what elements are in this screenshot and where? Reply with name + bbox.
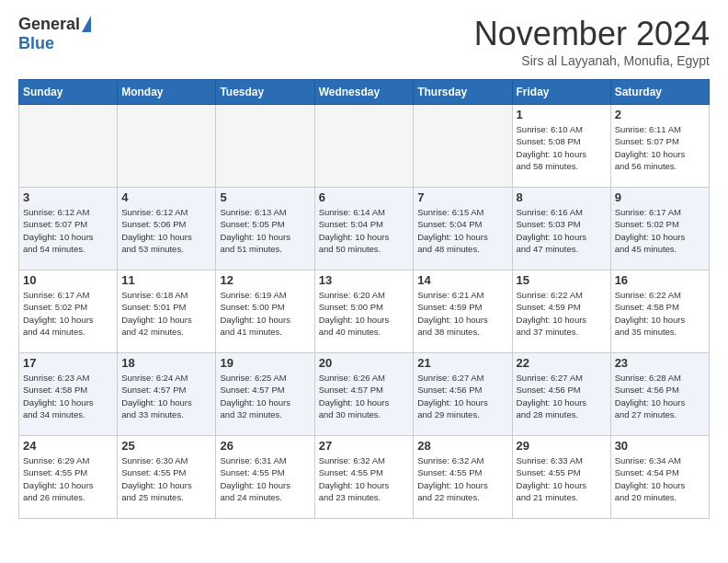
calendar-day-cell: 23Sunrise: 6:28 AMSunset: 4:56 PMDayligh… xyxy=(610,353,709,436)
calendar-day-cell: 4Sunrise: 6:12 AMSunset: 5:06 PMDaylight… xyxy=(118,188,216,270)
day-header-wednesday: Wednesday xyxy=(314,80,414,105)
day-number: 3 xyxy=(23,190,113,204)
day-number: 11 xyxy=(121,273,211,287)
day-info: Sunrise: 6:12 AMSunset: 5:06 PMDaylight:… xyxy=(121,206,211,255)
day-number: 9 xyxy=(615,190,705,204)
calendar-day-cell: 8Sunrise: 6:16 AMSunset: 5:03 PMDaylight… xyxy=(512,188,610,270)
logo-blue-text: Blue xyxy=(18,34,54,53)
location-subtitle: Sirs al Layyanah, Monufia, Egypt xyxy=(474,53,710,68)
calendar-day-cell: 16Sunrise: 6:22 AMSunset: 4:58 PMDayligh… xyxy=(610,270,709,353)
day-number: 30 xyxy=(615,439,705,453)
calendar-day-cell xyxy=(314,105,414,188)
day-number: 26 xyxy=(220,439,310,453)
calendar-day-cell: 20Sunrise: 6:26 AMSunset: 4:57 PMDayligh… xyxy=(314,353,414,436)
day-info: Sunrise: 6:13 AMSunset: 5:05 PMDaylight:… xyxy=(220,206,310,255)
day-info: Sunrise: 6:24 AMSunset: 4:57 PMDaylight:… xyxy=(121,372,211,420)
day-info: Sunrise: 6:29 AMSunset: 4:55 PMDaylight:… xyxy=(23,454,113,503)
day-info: Sunrise: 6:10 AMSunset: 5:08 PMDaylight:… xyxy=(517,123,607,172)
calendar-day-cell: 19Sunrise: 6:25 AMSunset: 4:57 PMDayligh… xyxy=(216,353,314,436)
calendar-day-cell: 26Sunrise: 6:31 AMSunset: 4:55 PMDayligh… xyxy=(216,436,314,519)
calendar-day-cell: 1Sunrise: 6:10 AMSunset: 5:08 PMDaylight… xyxy=(512,105,610,188)
day-info: Sunrise: 6:27 AMSunset: 4:56 PMDaylight:… xyxy=(417,372,507,420)
calendar-day-cell: 14Sunrise: 6:21 AMSunset: 4:59 PMDayligh… xyxy=(414,270,512,353)
day-info: Sunrise: 6:22 AMSunset: 4:59 PMDaylight:… xyxy=(517,289,607,338)
day-info: Sunrise: 6:28 AMSunset: 4:56 PMDaylight:… xyxy=(615,372,705,420)
calendar-day-cell: 13Sunrise: 6:20 AMSunset: 5:00 PMDayligh… xyxy=(314,270,414,353)
calendar-week-row: 24Sunrise: 6:29 AMSunset: 4:55 PMDayligh… xyxy=(19,436,710,519)
day-number: 17 xyxy=(23,356,113,370)
calendar-day-cell: 21Sunrise: 6:27 AMSunset: 4:56 PMDayligh… xyxy=(414,353,512,436)
day-number: 20 xyxy=(319,356,410,370)
day-info: Sunrise: 6:18 AMSunset: 5:01 PMDaylight:… xyxy=(121,289,211,338)
day-number: 13 xyxy=(319,273,410,287)
day-header-tuesday: Tuesday xyxy=(216,80,314,105)
day-info: Sunrise: 6:17 AMSunset: 5:02 PMDaylight:… xyxy=(615,206,705,255)
day-header-friday: Friday xyxy=(512,80,610,105)
calendar-day-cell: 7Sunrise: 6:15 AMSunset: 5:04 PMDaylight… xyxy=(414,188,512,270)
calendar-day-cell xyxy=(19,105,118,188)
calendar-week-row: 3Sunrise: 6:12 AMSunset: 5:07 PMDaylight… xyxy=(19,188,710,270)
calendar-header-row: SundayMondayTuesdayWednesdayThursdayFrid… xyxy=(19,80,710,105)
day-info: Sunrise: 6:33 AMSunset: 4:55 PMDaylight:… xyxy=(517,454,607,503)
calendar-day-cell: 28Sunrise: 6:32 AMSunset: 4:55 PMDayligh… xyxy=(414,436,512,519)
day-number: 7 xyxy=(417,190,507,204)
calendar-table: SundayMondayTuesdayWednesdayThursdayFrid… xyxy=(18,79,710,519)
day-header-thursday: Thursday xyxy=(414,80,512,105)
day-header-monday: Monday xyxy=(118,80,216,105)
day-info: Sunrise: 6:23 AMSunset: 4:58 PMDaylight:… xyxy=(23,372,113,420)
day-info: Sunrise: 6:26 AMSunset: 4:57 PMDaylight:… xyxy=(319,372,410,420)
day-number: 4 xyxy=(121,190,211,204)
calendar-day-cell: 29Sunrise: 6:33 AMSunset: 4:55 PMDayligh… xyxy=(512,436,610,519)
day-info: Sunrise: 6:15 AMSunset: 5:04 PMDaylight:… xyxy=(417,206,507,255)
day-number: 23 xyxy=(615,356,705,370)
day-number: 19 xyxy=(220,356,310,370)
day-info: Sunrise: 6:14 AMSunset: 5:04 PMDaylight:… xyxy=(319,206,410,255)
calendar-week-row: 1Sunrise: 6:10 AMSunset: 5:08 PMDaylight… xyxy=(19,105,710,188)
day-info: Sunrise: 6:34 AMSunset: 4:54 PMDaylight:… xyxy=(615,454,705,503)
calendar-day-cell xyxy=(216,105,314,188)
calendar-day-cell: 2Sunrise: 6:11 AMSunset: 5:07 PMDaylight… xyxy=(610,105,709,188)
day-number: 14 xyxy=(417,273,507,287)
calendar-day-cell: 18Sunrise: 6:24 AMSunset: 4:57 PMDayligh… xyxy=(118,353,216,436)
day-number: 8 xyxy=(517,190,607,204)
day-info: Sunrise: 6:17 AMSunset: 5:02 PMDaylight:… xyxy=(23,289,113,338)
calendar-day-cell xyxy=(118,105,216,188)
calendar-day-cell: 3Sunrise: 6:12 AMSunset: 5:07 PMDaylight… xyxy=(19,188,118,270)
day-number: 24 xyxy=(23,439,113,453)
day-number: 28 xyxy=(417,439,507,453)
day-header-sunday: Sunday xyxy=(19,80,118,105)
calendar-day-cell: 11Sunrise: 6:18 AMSunset: 5:01 PMDayligh… xyxy=(118,270,216,353)
day-info: Sunrise: 6:20 AMSunset: 5:00 PMDaylight:… xyxy=(319,289,410,338)
calendar-day-cell: 9Sunrise: 6:17 AMSunset: 5:02 PMDaylight… xyxy=(610,188,709,270)
calendar-day-cell: 17Sunrise: 6:23 AMSunset: 4:58 PMDayligh… xyxy=(19,353,118,436)
day-number: 27 xyxy=(319,439,410,453)
day-info: Sunrise: 6:16 AMSunset: 5:03 PMDaylight:… xyxy=(517,206,607,255)
day-number: 18 xyxy=(121,356,211,370)
calendar-day-cell: 22Sunrise: 6:27 AMSunset: 4:56 PMDayligh… xyxy=(512,353,610,436)
month-title: November 2024 xyxy=(474,15,710,53)
day-number: 10 xyxy=(23,273,113,287)
day-info: Sunrise: 6:25 AMSunset: 4:57 PMDaylight:… xyxy=(220,372,310,420)
day-number: 6 xyxy=(319,190,410,204)
day-info: Sunrise: 6:22 AMSunset: 4:58 PMDaylight:… xyxy=(615,289,705,338)
day-info: Sunrise: 6:31 AMSunset: 4:55 PMDaylight:… xyxy=(220,454,310,503)
calendar-week-row: 10Sunrise: 6:17 AMSunset: 5:02 PMDayligh… xyxy=(19,270,710,353)
logo-general-text: General xyxy=(18,15,80,34)
logo: General Blue xyxy=(18,15,91,53)
logo-triangle-icon xyxy=(82,16,91,32)
day-header-saturday: Saturday xyxy=(610,80,709,105)
day-number: 29 xyxy=(517,439,607,453)
calendar-day-cell: 15Sunrise: 6:22 AMSunset: 4:59 PMDayligh… xyxy=(512,270,610,353)
calendar-day-cell: 5Sunrise: 6:13 AMSunset: 5:05 PMDaylight… xyxy=(216,188,314,270)
day-info: Sunrise: 6:27 AMSunset: 4:56 PMDaylight:… xyxy=(517,372,607,420)
day-info: Sunrise: 6:11 AMSunset: 5:07 PMDaylight:… xyxy=(615,123,705,172)
day-number: 5 xyxy=(220,190,310,204)
day-info: Sunrise: 6:32 AMSunset: 4:55 PMDaylight:… xyxy=(319,454,410,503)
calendar-day-cell: 25Sunrise: 6:30 AMSunset: 4:55 PMDayligh… xyxy=(118,436,216,519)
day-number: 21 xyxy=(417,356,507,370)
day-info: Sunrise: 6:30 AMSunset: 4:55 PMDaylight:… xyxy=(121,454,211,503)
day-info: Sunrise: 6:32 AMSunset: 4:55 PMDaylight:… xyxy=(417,454,507,503)
day-info: Sunrise: 6:21 AMSunset: 4:59 PMDaylight:… xyxy=(417,289,507,338)
day-number: 15 xyxy=(517,273,607,287)
calendar-day-cell: 12Sunrise: 6:19 AMSunset: 5:00 PMDayligh… xyxy=(216,270,314,353)
